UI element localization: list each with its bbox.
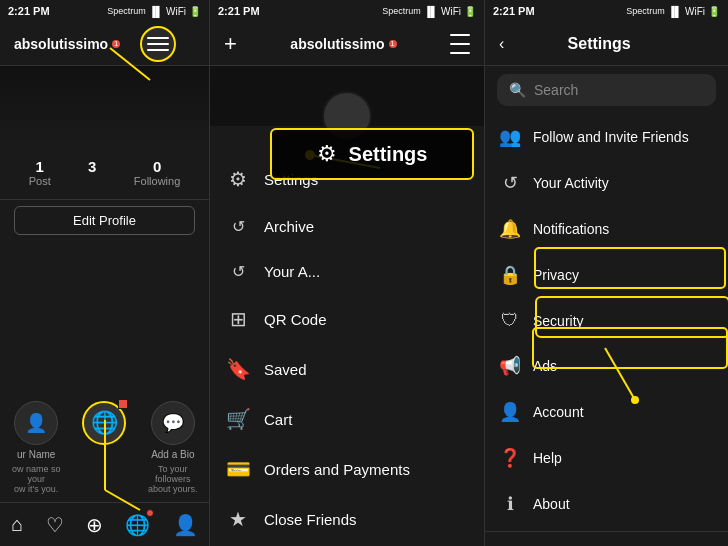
menu-items-list: ⚙ Settings ↺ Archive ↺ Your A... ⊞ QR Co… xyxy=(210,146,484,546)
carrier-right: Spectrum xyxy=(626,6,665,16)
stat-posts: 1 Post xyxy=(29,158,51,187)
home-icon[interactable]: ⌂ xyxy=(11,513,23,536)
add-bio-icon[interactable]: 💬 xyxy=(151,401,195,445)
activity-settings-icon: ↺ xyxy=(499,172,521,194)
profile-options: 👤 ur Name ow name so yourow it's you. 🌐 … xyxy=(0,393,209,502)
menu-item-close-friends[interactable]: ★ Close Friends xyxy=(210,494,484,544)
close-friends-label: Close Friends xyxy=(264,511,357,528)
settings-item-security[interactable]: 🛡 Security xyxy=(485,298,728,343)
profile-header-left: absolutissimo 1 xyxy=(0,22,209,66)
about-icon: ℹ xyxy=(499,493,521,515)
stat-followers: 3 xyxy=(88,158,96,187)
hamburger-mid[interactable] xyxy=(450,34,470,54)
settings-divider xyxy=(485,531,728,532)
profile-option-bio: 💬 Add a Bio To your followersabout yours… xyxy=(141,401,205,494)
avatar-container: 🌐 xyxy=(82,401,126,445)
avatar-badge xyxy=(118,399,128,409)
wifi-icon: WiFi xyxy=(166,6,186,17)
status-bar-right: 2:21 PM Spectrum ▐▌ WiFi 🔋 xyxy=(485,0,728,22)
security-label: Security xyxy=(533,313,584,329)
follow-icon: 👥 xyxy=(499,126,521,148)
notification-dot-left: 1 xyxy=(112,40,120,48)
menu-item-archive[interactable]: ↺ Archive xyxy=(210,204,484,249)
profile-content-area: 👤 ur Name ow name so yourow it's you. 🌐 … xyxy=(0,241,209,502)
status-bar-left: 2:21 PM Spectrum ▐▌ WiFi 🔋 xyxy=(0,0,209,22)
edit-profile-button[interactable]: Edit Profile xyxy=(14,206,195,235)
signal-icon: ▐▌ xyxy=(149,6,163,17)
settings-item-activity[interactable]: ↺ Your Activity xyxy=(485,160,728,206)
plus-icon[interactable]: + xyxy=(224,31,237,57)
profile-thumb-mid xyxy=(210,66,484,126)
avatar-mid xyxy=(322,91,372,141)
notifications-label: Notifications xyxy=(533,221,609,237)
your-name-label: ur Name xyxy=(17,449,55,460)
heart-icon[interactable]: ♡ xyxy=(46,513,64,537)
carrier-left: Spectrum xyxy=(107,6,146,16)
menu-item-orders[interactable]: 💳 Orders and Payments xyxy=(210,444,484,494)
settings-page-title: Settings xyxy=(568,35,631,53)
hamburger-button[interactable] xyxy=(140,26,176,62)
signal-icon-right: ▐▌ xyxy=(668,6,682,17)
status-icons-right: Spectrum ▐▌ WiFi 🔋 xyxy=(626,6,720,17)
ads-icon: 📢 xyxy=(499,355,521,377)
add-name-icon[interactable]: 👤 xyxy=(14,401,58,445)
time-left: 2:21 PM xyxy=(8,5,50,17)
profile-cover xyxy=(0,66,209,146)
profile-option-avatar: 🌐 xyxy=(72,401,136,494)
activity-settings-label: Your Activity xyxy=(533,175,609,191)
settings-item-notifications[interactable]: 🔔 Notifications xyxy=(485,206,728,252)
profile-icon[interactable]: 👤 xyxy=(173,513,198,537)
add-bio-label: Add a Bio xyxy=(151,449,194,460)
settings-item-follow[interactable]: 👥 Follow and Invite Friends xyxy=(485,114,728,160)
settings-item-privacy[interactable]: 🔒 Privacy xyxy=(485,252,728,298)
menu-item-cart[interactable]: 🛒 Cart xyxy=(210,394,484,444)
archive-icon: ↺ xyxy=(226,217,250,236)
add-icon[interactable]: ⊕ xyxy=(86,513,103,537)
menu-item-settings[interactable]: ⚙ Settings xyxy=(210,154,484,204)
notifications-icon: 🔔 xyxy=(499,218,521,240)
back-button[interactable]: ‹ xyxy=(499,35,504,53)
follow-label: Follow and Invite Friends xyxy=(533,129,689,145)
settings-item-account[interactable]: 👤 Account xyxy=(485,389,728,435)
posts-label: Post xyxy=(29,175,51,187)
settings-items-list: 👥 Follow and Invite Friends ↺ Your Activ… xyxy=(485,114,728,546)
bottom-nav-left: ⌂ ♡ ⊕ 🌐 👤 xyxy=(0,502,209,546)
help-icon: ❓ xyxy=(499,447,521,469)
following-label: Following xyxy=(134,175,180,187)
status-bar-mid: 2:21 PM Spectrum ▐▌ WiFi 🔋 xyxy=(210,0,484,22)
settings-search-bar[interactable]: 🔍 Search xyxy=(497,74,716,106)
privacy-icon: 🔒 xyxy=(499,264,521,286)
about-label: About xyxy=(533,496,570,512)
wifi-icon-mid: WiFi xyxy=(441,6,461,17)
settings-item-help[interactable]: ❓ Help xyxy=(485,435,728,481)
battery-icon: 🔋 xyxy=(189,6,201,17)
activity-icon: ↺ xyxy=(226,262,250,281)
posts-count: 1 xyxy=(29,158,51,175)
username-mid-container: absolutissimo 1 xyxy=(290,36,396,52)
menu-item-saved[interactable]: 🔖 Saved xyxy=(210,344,484,394)
time-mid: 2:21 PM xyxy=(218,5,260,17)
bio-desc: To your followersabout yours. xyxy=(141,464,205,494)
logins-section-label: Logins xyxy=(485,536,728,546)
reels-icon[interactable]: 🌐 xyxy=(125,513,150,537)
menu-item-qr[interactable]: ⊞ QR Code xyxy=(210,294,484,344)
qr-label: QR Code xyxy=(264,311,327,328)
ads-label: Ads xyxy=(533,358,557,374)
search-icon-right: 🔍 xyxy=(509,82,526,98)
settings-item-about[interactable]: ℹ About xyxy=(485,481,728,527)
name-desc: ow name so yourow it's you. xyxy=(4,464,68,494)
cart-icon: 🛒 xyxy=(226,407,250,431)
reels-badge xyxy=(146,509,154,517)
qr-icon: ⊞ xyxy=(226,307,250,331)
time-right: 2:21 PM xyxy=(493,5,535,17)
menu-item-activity[interactable]: ↺ Your A... xyxy=(210,249,484,294)
right-panel: 2:21 PM Spectrum ▐▌ WiFi 🔋 ‹ Settings 🔍 … xyxy=(485,0,728,546)
settings-item-ads[interactable]: 📢 Ads xyxy=(485,343,728,389)
settings-header: ‹ Settings xyxy=(485,22,728,66)
followers-count: 3 xyxy=(88,158,96,175)
battery-icon-mid: 🔋 xyxy=(464,6,476,17)
wifi-icon-right: WiFi xyxy=(685,6,705,17)
help-label: Help xyxy=(533,450,562,466)
notification-dot-mid: 1 xyxy=(389,40,397,48)
account-icon: 👤 xyxy=(499,401,521,423)
